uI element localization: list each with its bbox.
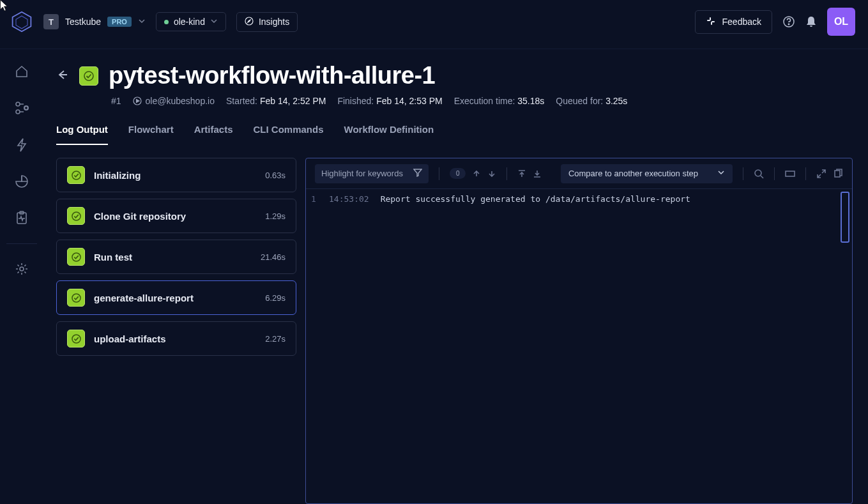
cursor-arrow-icon [0,0,9,11]
check-circle-icon [84,71,94,81]
run-status-badge [79,66,98,86]
sidebar [0,49,43,504]
tab-log-output[interactable]: Log Output [56,124,108,145]
svg-point-15 [84,72,93,80]
feedback-button[interactable]: Feedback [695,10,772,34]
sidebar-item-status[interactable] [15,210,28,225]
user-avatar[interactable]: OL [827,8,855,36]
step-name: generate-allure-report [94,293,256,303]
log-panel: Highlight for keywords 0 [305,158,853,504]
tab-cli-commands[interactable]: CLI Commands [254,124,324,145]
queued-for: Queued for: 3.25s [556,96,627,106]
step-item[interactable]: upload-artifacts2.27s [56,321,296,356]
step-name: Initializing [94,170,256,181]
step-item[interactable]: Run test21.46s [56,240,296,274]
compare-step-select[interactable]: Compare to another execution step [561,164,733,183]
step-status-badge [67,289,85,307]
check-circle-icon [72,171,81,180]
match-count-chip: 0 [450,168,466,179]
step-duration: 1.29s [265,211,286,221]
expand-icon [816,169,826,179]
step-item[interactable]: Initializing0.63s [56,158,296,192]
highlight-placeholder: Highlight for keywords [321,169,403,178]
svg-point-10 [16,110,20,114]
search-icon [754,169,764,179]
svg-point-19 [72,252,80,261]
search-log-button[interactable] [754,169,764,179]
triggered-by: ole@kubeshop.io [133,96,215,106]
sidebar-item-triggers[interactable] [15,137,28,153]
sidebar-item-workflows[interactable] [14,100,29,116]
prev-match-button[interactable] [472,169,481,178]
tab-workflow-definition[interactable]: Workflow Definition [344,124,434,145]
insights-button[interactable]: Insights [236,12,298,32]
compare-label: Compare to another execution step [568,169,698,178]
check-circle-icon [72,293,81,303]
chevron-down-icon [138,16,146,27]
sidebar-item-analytics[interactable] [15,174,29,188]
run-meta: #1 ole@kubeshop.io Started: Feb 14, 2:52… [111,96,853,106]
svg-point-14 [20,267,24,271]
step-item[interactable]: Clone Git repository1.29s [56,199,296,233]
arrow-up-icon [472,169,481,178]
page-title: pytest-workflow-with-allure-1 [109,62,435,89]
log-toolbar: Highlight for keywords 0 [306,158,852,189]
wrap-lines-button[interactable] [785,169,795,178]
step-status-badge [67,207,85,225]
sidebar-item-settings[interactable] [15,262,29,276]
highlight-keywords-input[interactable]: Highlight for keywords [315,164,429,183]
copy-icon [833,169,843,179]
step-duration: 2.27s [265,334,286,344]
gear-icon [15,262,29,276]
bolt-icon [15,137,28,153]
svg-point-20 [72,293,80,302]
svg-rect-5 [710,17,711,20]
testkube-logo-icon [10,10,33,33]
pro-badge: PRO [107,17,132,27]
step-duration: 6.29s [265,293,286,303]
insights-label: Insights [259,17,289,27]
clipboard-pulse-icon [15,210,28,225]
help-button[interactable] [782,15,795,28]
step-status-badge [67,248,85,266]
arrow-down-icon [487,169,496,178]
arrow-left-icon [56,68,69,81]
tabs: Log Output Flowchart Artifacts CLI Comma… [56,124,853,145]
workflow-icon [14,100,29,116]
step-item[interactable]: generate-allure-report6.29s [56,280,296,315]
toolbar-separator [506,167,507,180]
copy-log-button[interactable] [833,169,843,179]
svg-rect-6 [711,22,712,25]
log-message: Report successfully generated to /data/a… [381,194,690,204]
next-match-button[interactable] [487,169,496,178]
scrollbar-thumb[interactable] [841,192,849,243]
toolbar-separator [774,167,775,180]
compass-icon [245,17,254,27]
check-circle-icon [72,252,81,262]
step-duration: 0.63s [265,171,286,180]
wrap-icon [785,169,795,178]
filter-icon [413,168,422,179]
app-logo[interactable] [0,10,43,33]
step-duration: 21.46s [261,252,286,262]
toolbar-separator [805,167,806,180]
main-content: pytest-workflow-with-allure-1 #1 ole@kub… [43,49,868,504]
svg-point-17 [72,171,80,179]
sidebar-item-home[interactable] [15,65,29,79]
log-output-body[interactable]: 1 14:53:02 Report successfully generated… [306,189,852,503]
step-name: Run test [94,252,252,263]
bell-icon [805,15,817,28]
svg-point-8 [788,24,789,24]
chevron-down-icon [210,17,218,27]
environment-switcher[interactable]: ole-kind [156,12,226,31]
expand-button[interactable] [816,169,826,179]
back-button[interactable] [56,68,69,84]
scroll-top-button[interactable] [517,169,526,178]
scroll-bottom-button[interactable] [533,169,542,178]
org-switcher[interactable]: T Testkube PRO [43,14,146,29]
tab-flowchart[interactable]: Flowchart [128,124,174,145]
notifications-button[interactable] [805,15,817,28]
finished: Finished: Feb 14, 2:53 PM [337,96,442,106]
tab-artifacts[interactable]: Artifacts [194,124,233,145]
steps-list: Initializing0.63sClone Git repository1.2… [56,158,296,504]
